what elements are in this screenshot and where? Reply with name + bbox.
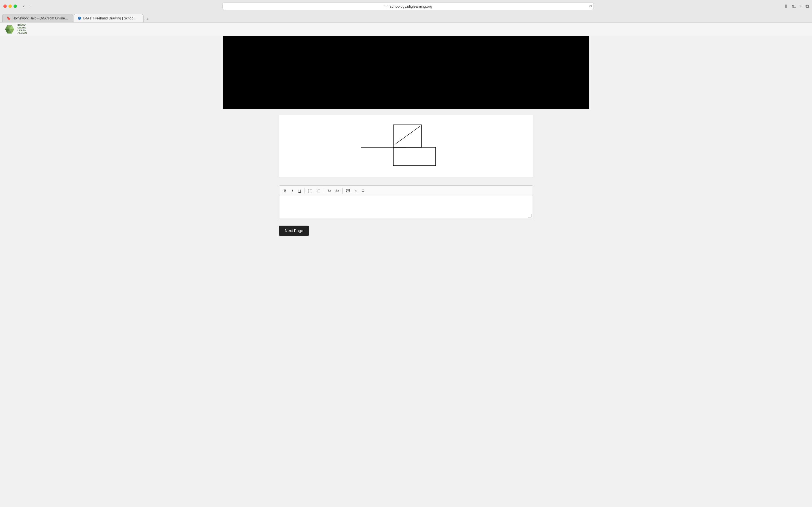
new-tab-button[interactable]: + (800, 4, 802, 9)
minimize-button[interactable] (8, 4, 12, 8)
tab-coursehero[interactable]: 🔖 Homework Help - Q&A from Online Tutors… (2, 14, 73, 22)
url-text: schoology.idiglearning.org (390, 4, 432, 8)
browser-toolbar-icons: ⬇ ↑□ + ⧉ (784, 4, 809, 9)
separator-2 (324, 188, 324, 193)
logo-text: IDAHO DIGITA LEARN ALLIAN (17, 24, 27, 35)
address-bar[interactable]: 🛡 schoology.idiglearning.org (222, 2, 594, 10)
forward-button[interactable]: › (28, 3, 32, 9)
drawing-area (279, 115, 533, 177)
bold-button[interactable]: B (282, 187, 289, 194)
coursehero-favicon: 🔖 (6, 16, 11, 20)
logo-svg (2, 22, 16, 36)
page-content: B I U (0, 36, 812, 507)
editor-toolbar: B I U (280, 186, 532, 196)
svg-point-12 (308, 191, 309, 191)
ordered-list-button[interactable]: 1. 2. 3. (315, 187, 322, 194)
unordered-list-icon (308, 189, 312, 193)
omega-button[interactable]: Ω (360, 187, 366, 194)
maximize-button[interactable] (13, 4, 17, 8)
svg-rect-22 (346, 189, 350, 192)
underline-button[interactable]: U (296, 187, 303, 194)
tabs-bar: 🔖 Homework Help - Q&A from Online Tutors… (0, 12, 812, 22)
ordered-list-icon: 1. 2. 3. (317, 189, 320, 193)
editor-container: B I U (279, 185, 533, 219)
subscript-button[interactable]: S2 (334, 187, 341, 194)
shield-icon: 🛡 (384, 4, 388, 8)
unordered-list-button[interactable] (306, 187, 314, 194)
bookmarks-bar: IDAHO DIGITA LEARN ALLIAN (0, 22, 812, 36)
tab-schoology-label: U4A1: Freehand Drawing | Schoology (83, 16, 139, 20)
svg-point-14 (308, 192, 309, 193)
window-controls (3, 4, 17, 8)
refresh-button[interactable]: ↻ (589, 4, 592, 8)
svg-text:3.: 3. (317, 191, 318, 193)
media-area (223, 36, 589, 109)
browser-window: ‹ › 🛡 schoology.idiglearning.org ↻ ⬇ ↑□ … (0, 0, 812, 507)
separator-3 (342, 188, 343, 193)
back-button[interactable]: ‹ (21, 3, 26, 9)
tab-coursehero-label: Homework Help - Q&A from Online Tutors -… (12, 16, 69, 20)
add-tab-button[interactable]: + (144, 16, 151, 22)
tab-schoology[interactable]: 🅢 U4A1: Freehand Drawing | Schoology (73, 14, 144, 22)
main-container: B I U (223, 36, 589, 507)
freehand-drawing (361, 121, 451, 171)
svg-line-8 (395, 126, 420, 145)
close-button[interactable] (3, 4, 7, 8)
windows-button[interactable]: ⧉ (806, 4, 809, 9)
address-bar-container: 🛡 schoology.idiglearning.org ↻ (37, 2, 779, 10)
title-bar: ‹ › 🛡 schoology.idiglearning.org ↻ ⬇ ↑□ … (0, 0, 812, 12)
content-area: B I U (223, 109, 589, 247)
svg-point-10 (308, 189, 309, 190)
editor-body[interactable] (280, 196, 532, 219)
next-page-button[interactable]: Next Page (279, 226, 309, 236)
svg-rect-9 (393, 147, 436, 166)
superscript-button[interactable]: S2 (326, 187, 333, 194)
logo-container: IDAHO DIGITA LEARN ALLIAN (2, 22, 27, 36)
schoology-favicon: 🅢 (78, 16, 81, 20)
downloads-button[interactable]: ⬇ (784, 4, 788, 9)
share-button[interactable]: ↑□ (791, 4, 796, 9)
italic-button[interactable]: I (289, 187, 296, 194)
image-button[interactable] (344, 187, 352, 194)
pi-button[interactable]: π (352, 187, 359, 194)
nav-controls: ‹ › (21, 3, 33, 9)
image-icon (346, 189, 350, 193)
svg-point-23 (347, 190, 347, 190)
